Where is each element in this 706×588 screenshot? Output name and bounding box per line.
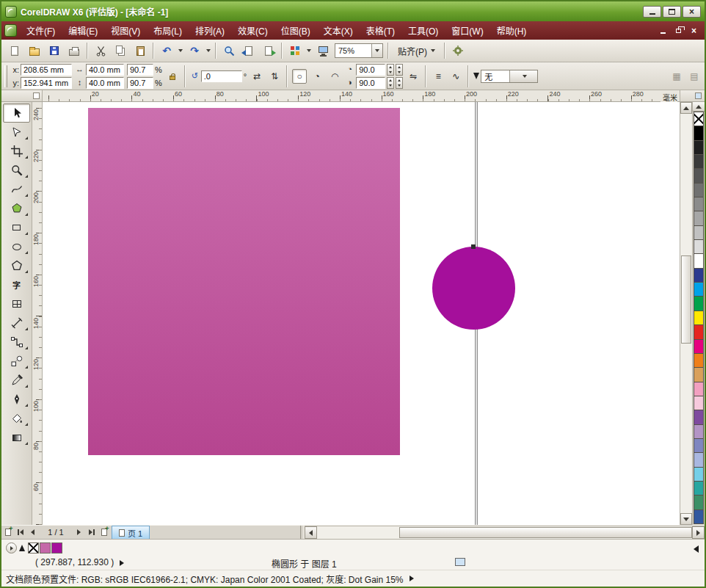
color-swatch[interactable] <box>694 311 704 325</box>
application-launcher-button[interactable] <box>285 42 305 59</box>
menu-arrange[interactable]: 排列(A) <box>189 21 231 40</box>
property-bar-grip[interactable] <box>4 65 7 87</box>
color-swatch[interactable] <box>694 154 704 169</box>
ellipse-mode-button[interactable]: ○ <box>292 69 307 84</box>
save-button[interactable] <box>45 42 64 59</box>
redo-button[interactable]: ↷ <box>185 42 204 59</box>
new-document-button[interactable] <box>5 42 24 59</box>
menu-file[interactable]: 文件(F) <box>20 21 62 40</box>
change-direction-button[interactable]: ⇋ <box>406 69 421 84</box>
menu-table[interactable]: 表格(T) <box>360 21 401 40</box>
ellipse-tool[interactable] <box>3 237 30 256</box>
color-swatch[interactable] <box>694 396 704 410</box>
horizontal-ruler[interactable]: 毫米 2040608010012014016018020022024026028… <box>43 90 680 101</box>
menu-bitmaps[interactable]: 位图(B) <box>274 21 317 40</box>
color-swatch[interactable] <box>694 481 704 496</box>
color-swatch[interactable] <box>694 438 704 453</box>
color-swatch[interactable] <box>694 410 704 424</box>
color-swatch[interactable] <box>694 211 704 225</box>
paste-button[interactable] <box>131 42 150 59</box>
color-swatch[interactable] <box>694 353 704 368</box>
rectangle-tool[interactable] <box>3 218 30 237</box>
previous-page-button[interactable] <box>26 526 39 539</box>
blend-tool[interactable] <box>3 352 30 371</box>
color-swatch[interactable] <box>694 126 704 140</box>
page-tab[interactable]: 页 1 <box>112 526 150 539</box>
end-angle-spinner-2[interactable] <box>396 77 403 89</box>
pick-tool[interactable] <box>3 104 30 123</box>
start-angle-spinner-2[interactable] <box>396 64 403 76</box>
doc-color-swatch[interactable] <box>51 542 62 553</box>
palette-flyout-icon[interactable] <box>694 545 699 553</box>
smart-fill-tool[interactable] <box>3 199 30 218</box>
scale-vertical-field[interactable] <box>127 77 153 89</box>
ruler-origin-button[interactable] <box>1 90 43 101</box>
wrap-paragraph-text-button[interactable]: ≡ <box>431 69 445 84</box>
outline-width-dropdown-arrow[interactable] <box>509 70 538 82</box>
color-swatch[interactable] <box>694 367 704 382</box>
minimize-button[interactable] <box>643 6 661 18</box>
doc-color-swatch[interactable] <box>40 542 51 553</box>
color-swatch[interactable] <box>694 509 704 524</box>
start-angle-spinner[interactable] <box>387 64 394 76</box>
doc-no-color-swatch[interactable] <box>28 542 39 553</box>
first-page-button[interactable] <box>14 526 26 539</box>
menu-tools[interactable]: 工具(O) <box>401 21 445 40</box>
proof-settings-icon[interactable] <box>455 558 465 566</box>
drawing-canvas[interactable] <box>43 102 680 525</box>
zoom-level-combo[interactable]: 75% <box>335 43 383 58</box>
color-swatch[interactable] <box>694 382 704 396</box>
color-swatch[interactable] <box>694 452 704 467</box>
scroll-up-button[interactable] <box>680 102 692 114</box>
maximize-button[interactable] <box>663 6 681 18</box>
import-button[interactable] <box>239 42 258 59</box>
redo-button-dropdown[interactable] <box>205 42 212 59</box>
menu-effects[interactable]: 效果(C) <box>231 21 274 40</box>
color-swatch[interactable] <box>694 424 704 439</box>
vertical-scroll-thumb[interactable] <box>681 255 691 344</box>
no-color-swatch[interactable] <box>694 112 704 126</box>
options-button[interactable] <box>448 42 467 59</box>
object-width-field[interactable] <box>86 64 124 76</box>
vertical-ruler[interactable]: 2402202001801601401201008060 <box>32 102 43 525</box>
color-swatch[interactable] <box>694 225 704 240</box>
rotation-angle-field[interactable] <box>201 70 242 82</box>
open-button[interactable] <box>25 42 44 59</box>
search-content-button[interactable] <box>219 42 239 59</box>
color-swatch[interactable] <box>694 239 704 254</box>
menu-window[interactable]: 窗口(W) <box>445 21 490 40</box>
scroll-down-button[interactable] <box>680 513 692 525</box>
zoom-dropdown-arrow[interactable] <box>371 44 382 57</box>
color-swatch[interactable] <box>694 324 704 339</box>
insert-page-button[interactable] <box>98 526 110 539</box>
outline-width-select[interactable]: 无 <box>481 70 538 83</box>
freehand-tool[interactable] <box>3 180 30 199</box>
horizontal-scrollbar[interactable] <box>305 526 705 539</box>
scroll-left-button[interactable] <box>305 526 317 539</box>
table-tool[interactable] <box>3 294 30 313</box>
close-button[interactable]: × <box>683 6 701 18</box>
outline-pen-tool[interactable] <box>3 390 30 409</box>
color-swatch[interactable] <box>694 268 704 283</box>
palette-scroll-up-button[interactable] <box>693 102 705 112</box>
color-swatch[interactable] <box>694 296 704 311</box>
convert-to-curve-button[interactable]: ∿ <box>448 69 463 84</box>
menu-edit[interactable]: 编辑(E) <box>62 21 104 40</box>
customize-button[interactable]: ▤ <box>687 69 702 84</box>
connector-tool[interactable] <box>3 333 30 352</box>
horizontal-scroll-track[interactable] <box>317 526 692 539</box>
expand-profile-icon[interactable] <box>410 576 414 581</box>
color-swatch[interactable] <box>694 282 704 297</box>
ruler-options-button[interactable] <box>680 90 705 101</box>
color-swatch[interactable] <box>694 467 704 482</box>
palette-scroll-button[interactable] <box>6 542 17 553</box>
end-angle-spinner[interactable] <box>387 77 394 89</box>
interactive-fill-tool[interactable] <box>3 428 30 447</box>
last-page-button[interactable] <box>85 526 98 539</box>
shape-tool[interactable] <box>3 123 30 142</box>
text-tool[interactable]: 字 <box>3 275 30 294</box>
color-swatch[interactable] <box>694 339 704 354</box>
next-page-button[interactable] <box>73 526 85 539</box>
copy-button[interactable] <box>111 42 130 59</box>
vertical-scrollbar[interactable] <box>680 102 692 525</box>
